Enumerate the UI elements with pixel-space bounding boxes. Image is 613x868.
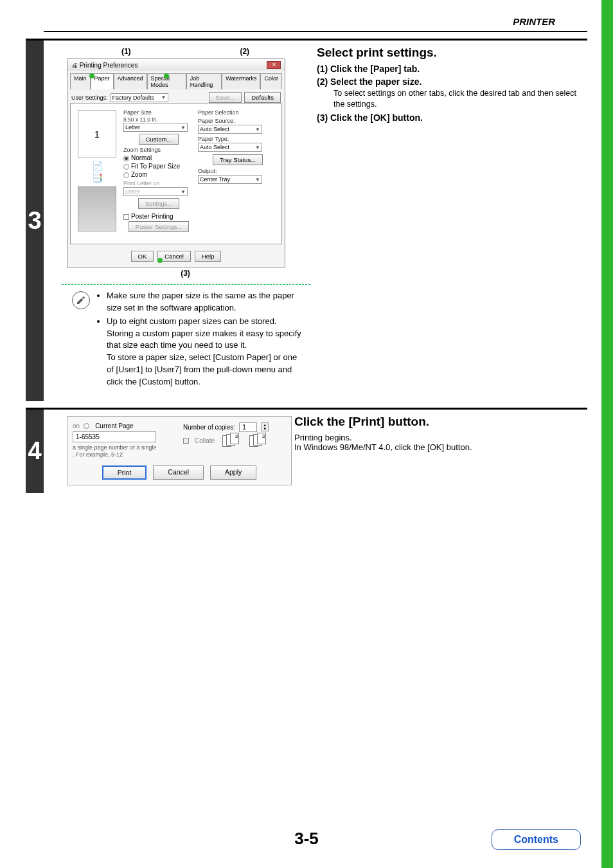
print-dialog: on Current Page 1-65535 a single page nu… — [67, 416, 292, 485]
collate-icon-2: 1 2 3 — [249, 434, 269, 448]
settings-button: Settings... — [138, 198, 179, 209]
print-on-select: Letter▼ — [123, 187, 188, 196]
copies-label: Number of copies: — [183, 424, 235, 431]
step4-line2: In Windows 98/Me/NT 4.0, click the [OK] … — [294, 442, 583, 452]
zoom-settings-label: Zoom Settings — [123, 147, 194, 153]
tab-color[interactable]: Color — [260, 73, 282, 89]
range-hint-1: a single page number or a single — [73, 444, 157, 451]
print-on-label: Print Letter on — [123, 180, 194, 186]
instr-3: (3) Click the [OK] button. — [317, 113, 583, 123]
paper-type-select[interactable]: Auto Select▼ — [198, 143, 262, 152]
range-hint-2: . For example, 5-12 — [73, 451, 123, 458]
step4-line1: Printing begins. — [294, 433, 583, 442]
output-select[interactable]: Center Tray▼ — [198, 175, 262, 184]
help-button[interactable]: Help — [195, 251, 222, 262]
step-number-3: 3 — [26, 41, 44, 401]
page-range-input[interactable]: 1-65535 — [73, 431, 156, 442]
note-block: Make sure the paper size is the same as … — [44, 290, 310, 396]
copies-spinner[interactable]: ▲▼ — [261, 422, 269, 431]
paper-type-label: Paper Type: — [198, 136, 278, 142]
step3-heading: Select print settings. — [317, 46, 583, 60]
page-preview: 1 — [78, 110, 116, 158]
step4-heading: Click the [Print] button. — [294, 415, 583, 429]
zoom-normal-radio[interactable] — [123, 156, 129, 161]
apply-button[interactable]: Apply — [210, 466, 256, 480]
instr-2-detail: To select settings on other tabs, click … — [333, 88, 583, 110]
current-page-radio[interactable] — [84, 423, 89, 429]
header-title: PRINTER — [513, 16, 555, 27]
dialog-title: Printing Preferences — [80, 62, 138, 69]
step-4: 4 on Current Page 1-65535 — [26, 408, 587, 493]
ok-button[interactable]: OK — [131, 251, 154, 262]
close-icon[interactable]: ✕ — [267, 61, 281, 69]
defaults-button[interactable]: Defaults — [244, 92, 281, 103]
collate-icon: 1 2 3 — [222, 434, 242, 448]
on-label: on — [73, 422, 80, 429]
paper-size-select[interactable]: Letter▼ — [123, 123, 188, 132]
user-settings-label: User Settings: — [71, 95, 108, 101]
pencil-note-icon — [72, 291, 90, 309]
printer-icon — [78, 186, 116, 231]
instr-2: (2) Select the paper size. — [317, 77, 583, 87]
cancel-button-4[interactable]: Cancel — [153, 466, 204, 480]
step-number-4: 4 — [26, 410, 44, 493]
note-line-1: Make sure the paper size is the same as … — [107, 290, 304, 314]
callout-1: (1) — [121, 47, 131, 56]
current-page-label: Current Page — [95, 422, 133, 429]
step-3: 3 (1) (2) 🖨 Printing Preferences ✕ — [26, 39, 587, 401]
note-line-2b: To store a paper size, select [Custom Pa… — [107, 352, 297, 386]
output-label: Output: — [198, 168, 278, 174]
paper-size-dim: 8.50 x 11.0 in. — [123, 116, 194, 123]
poster-settings-button: Poster Settings... — [129, 221, 189, 232]
tab-watermarks[interactable]: Watermarks — [222, 73, 260, 89]
note-line-2a: Up to eight custom paper sizes can be st… — [107, 316, 301, 350]
poster-printing-checkbox[interactable] — [123, 214, 129, 220]
collate-checkbox[interactable] — [183, 438, 189, 444]
page-header: PRINTER — [44, 0, 587, 32]
paper-source-label: Paper Source: — [198, 118, 278, 124]
paper-selection-label: Paper Selection — [198, 109, 278, 116]
custom-button[interactable]: Custom... — [139, 134, 179, 145]
paper-size-label: Paper Size — [123, 109, 194, 116]
print-button[interactable]: Print — [102, 466, 147, 480]
collate-label: Collate — [195, 437, 215, 444]
tab-advanced[interactable]: Advanced — [114, 73, 147, 89]
callout-3: (3) — [67, 269, 304, 278]
tab-job-handling[interactable]: Job Handling — [186, 73, 222, 89]
user-settings-select[interactable]: Factory Defaults▼ — [111, 93, 168, 102]
cancel-button[interactable]: Cancel — [157, 251, 191, 262]
printing-preferences-dialog: 🖨 Printing Preferences ✕ Main Paper Adva… — [67, 59, 285, 267]
paper-source-select[interactable]: Auto Select▼ — [198, 125, 262, 134]
tray-status-button[interactable]: Tray Status... — [213, 154, 263, 165]
contents-button[interactable]: Contents — [492, 829, 581, 850]
copies-input[interactable]: 1 — [239, 422, 257, 432]
zoom-zoom-radio[interactable] — [123, 172, 129, 178]
tab-main[interactable]: Main — [70, 73, 91, 89]
instr-1: (1) Click the [Paper] tab. — [317, 64, 583, 74]
callout-2: (2) — [240, 47, 249, 56]
save-button[interactable]: Save... — [209, 92, 242, 103]
zoom-fit-radio[interactable] — [123, 164, 129, 170]
